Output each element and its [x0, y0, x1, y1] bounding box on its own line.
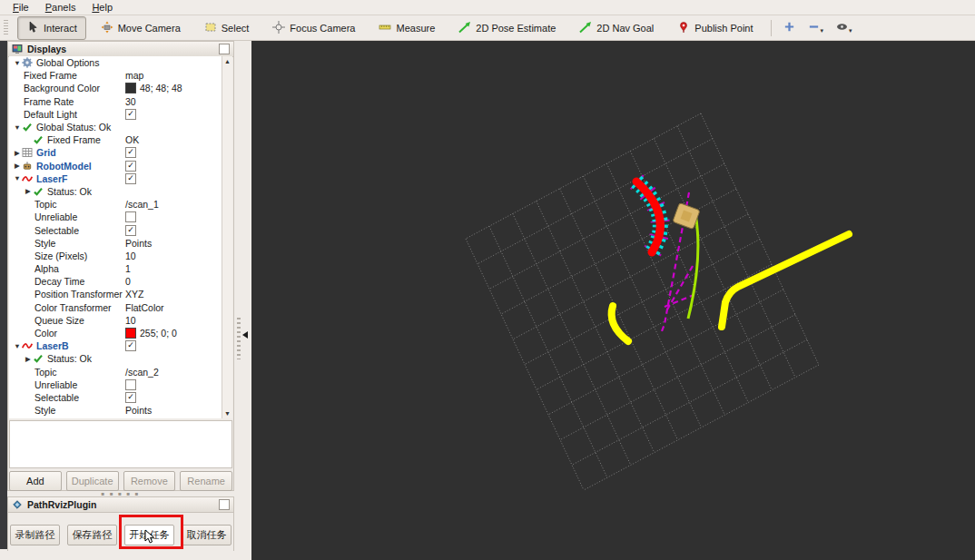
tree-row[interactable]: Default Light✓ [9, 108, 223, 121]
checkbox-checked[interactable]: ✓ [125, 340, 136, 351]
tool-measure[interactable]: Measure [369, 16, 444, 40]
tool-2d-pose-estimate[interactable]: 2D Pose Estimate [449, 16, 565, 40]
checkbox-checked[interactable]: ✓ [125, 392, 136, 403]
property-value[interactable]: 30 [125, 95, 136, 108]
remove-tool-button[interactable]: ▾ [804, 19, 828, 36]
tree-expander-icon[interactable]: ▶ [13, 149, 22, 157]
tree-row[interactable]: ▶Status: Ok [9, 352, 223, 365]
tree-row[interactable]: Unreliable [9, 211, 223, 223]
tree-row[interactable]: ▼Global Status: Ok [9, 121, 223, 133]
property-value[interactable]: OK [125, 133, 139, 146]
add-display-button[interactable]: Add [9, 471, 62, 491]
checkbox-checked[interactable]: ✓ [125, 109, 136, 120]
property-value[interactable]: FlatColor [125, 301, 164, 314]
add-tool-button[interactable] [780, 19, 799, 36]
property-value[interactable]: 10 [125, 314, 136, 327]
property-value[interactable]: ✓ [125, 160, 136, 172]
property-value[interactable]: 10 [125, 250, 136, 262]
tree-row[interactable]: Position TransformerXYZ [9, 288, 223, 300]
splitter-grip[interactable] [237, 318, 241, 359]
property-value[interactable]: 255; 0; 0 [125, 327, 177, 339]
checkbox-unchecked[interactable] [125, 211, 136, 222]
property-value[interactable]: ✓ [125, 223, 136, 236]
collapse-panel-arrow-icon[interactable] [242, 331, 248, 339]
checkbox-checked[interactable]: ✓ [125, 173, 136, 184]
property-value[interactable]: ✓ [125, 172, 136, 185]
record-path-button[interactable]: 录制路径 [10, 525, 60, 545]
panel-float-button[interactable] [219, 44, 230, 54]
property-value[interactable]: Points [125, 237, 152, 250]
property-value[interactable]: Points [125, 404, 152, 417]
tree-row[interactable]: Selectable✓ [9, 223, 223, 236]
tool-interact[interactable]: Interact [17, 16, 86, 40]
tree-row[interactable]: Selectable✓ [9, 391, 223, 404]
property-value[interactable]: ✓ [125, 391, 136, 404]
tool-properties-button[interactable]: ▾ [832, 19, 856, 36]
property-value[interactable]: map [125, 69, 143, 82]
property-value[interactable]: /scan_2 [125, 366, 159, 378]
displays-tree-scrollbar[interactable]: ▲ ▼ [222, 56, 232, 418]
tree-row[interactable]: StylePoints [9, 237, 223, 250]
tree-row[interactable]: ▼LaserF✓ [9, 172, 223, 185]
tool-2d-nav-goal[interactable]: 2D Nav Goal [570, 16, 663, 40]
tool-focus-camera[interactable]: Focus Camera [263, 16, 364, 40]
checkbox-unchecked[interactable] [125, 379, 136, 390]
tree-row[interactable]: Queue Size10 [9, 314, 223, 327]
plugin-panel-titlebar[interactable]: PathRvizPlugin [8, 497, 233, 513]
tree-row[interactable]: Topic/scan_1 [9, 198, 223, 211]
tree-expander-icon[interactable]: ▶ [13, 162, 22, 170]
tree-expander-icon[interactable]: ▼ [13, 123, 22, 132]
tree-expander-icon[interactable]: ▼ [13, 59, 22, 67]
scroll-down-icon[interactable]: ▼ [222, 410, 232, 417]
remove-display-button[interactable]: Remove [123, 471, 176, 491]
tree-expander-icon[interactable]: ▶ [24, 187, 33, 195]
vertical-splitter[interactable] [234, 41, 251, 560]
checkbox-checked[interactable]: ✓ [125, 225, 136, 236]
menu-file[interactable]: File [5, 1, 36, 14]
scroll-up-icon[interactable]: ▲ [222, 58, 232, 64]
tree-row[interactable]: ▶Status: Ok [9, 185, 223, 198]
save-path-button[interactable]: 保存路径 [67, 525, 117, 545]
tree-row[interactable]: Unreliable [9, 378, 223, 391]
tree-row[interactable]: ▼LaserB✓ [9, 339, 223, 352]
tree-row[interactable]: StylePoints [9, 404, 223, 417]
render-viewport[interactable] [251, 41, 975, 560]
rename-display-button[interactable]: Rename [180, 471, 232, 491]
tree-row[interactable]: Fixed Framemap [9, 69, 223, 82]
property-value[interactable] [125, 378, 136, 391]
tool-publish-point[interactable]: Publish Point [668, 16, 762, 40]
tool-move-camera[interactable]: Move Camera [92, 16, 190, 40]
property-value[interactable]: XYZ [125, 288, 143, 300]
checkbox-checked[interactable]: ✓ [125, 161, 136, 172]
cancel-task-button[interactable]: 取消任务 [182, 525, 231, 545]
tree-row[interactable]: Fixed FrameOK [9, 133, 223, 146]
property-value[interactable]: 0 [125, 275, 131, 288]
panel-float-button[interactable] [219, 499, 230, 510]
tree-row[interactable]: Topic/scan_2 [9, 366, 223, 378]
property-value[interactable]: 48; 48; 48 [125, 82, 182, 94]
tree-row[interactable]: Color TransformerFlatColor [9, 301, 223, 314]
tree-row[interactable]: Decay Time0 [9, 275, 223, 288]
tree-expander-icon[interactable]: ▶ [24, 355, 33, 363]
menu-help[interactable]: Help [84, 1, 120, 14]
tree-row[interactable]: Background Color48; 48; 48 [9, 82, 223, 94]
duplicate-display-button[interactable]: Duplicate [66, 471, 119, 491]
property-value[interactable]: ✓ [125, 108, 136, 121]
tool-select[interactable]: Select [195, 16, 259, 40]
tree-row[interactable]: ▼Global Options [9, 56, 223, 69]
tree-row[interactable]: ▶RobotModel✓ [9, 160, 223, 172]
displays-panel-titlebar[interactable]: Displays [8, 42, 233, 57]
tree-row[interactable]: Frame Rate30 [9, 95, 223, 108]
property-value[interactable]: /scan_1 [125, 198, 159, 211]
tree-row[interactable]: Color255; 0; 0 [9, 327, 223, 339]
tree-row[interactable]: Size (Pixels)10 [9, 250, 223, 262]
menu-panels[interactable]: Panels [38, 1, 84, 14]
tree-expander-icon[interactable]: ▼ [13, 342, 22, 350]
property-value[interactable]: ✓ [125, 339, 136, 352]
property-value[interactable]: 1 [125, 262, 131, 275]
property-value[interactable] [125, 211, 136, 223]
checkbox-checked[interactable]: ✓ [125, 147, 136, 158]
toolbar-grip[interactable] [4, 20, 8, 36]
tree-row[interactable]: Alpha1 [9, 262, 223, 275]
property-value[interactable]: ✓ [125, 146, 136, 159]
